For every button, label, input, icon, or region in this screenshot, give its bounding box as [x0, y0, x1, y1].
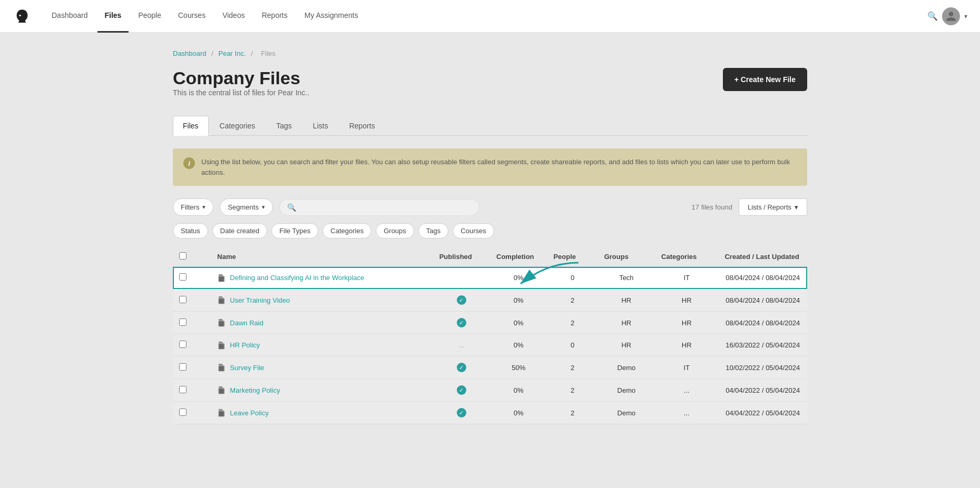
- table-row: Survey File 50% 2 Demo IT 10/02/2022 / 0…: [173, 356, 807, 379]
- row-groups-cell: HR: [598, 289, 655, 312]
- chip-status[interactable]: Status: [173, 223, 208, 238]
- breadcrumb-pear-inc[interactable]: Pear Inc.: [218, 49, 246, 57]
- file-name-link[interactable]: Leave Policy: [217, 409, 426, 417]
- row-checkbox-cell: [173, 402, 211, 424]
- segments-chevron-icon: ▾: [262, 204, 265, 211]
- published-dot: [457, 385, 466, 395]
- file-icon: [217, 409, 226, 417]
- tab-tags[interactable]: Tags: [266, 116, 302, 136]
- file-name-link[interactable]: Marketing Policy: [217, 386, 426, 394]
- row-created-cell: 08/04/2024 / 08/04/2024: [718, 312, 807, 334]
- breadcrumb: Dashboard / Pear Inc. / Files: [173, 49, 807, 57]
- row-completion-cell: 0%: [490, 379, 547, 402]
- row-created-cell: 04/04/2022 / 05/04/2024: [718, 379, 807, 402]
- col-header-published: Published: [433, 247, 490, 267]
- row-categories-cell: HR: [655, 334, 718, 356]
- row-people-cell: 2: [547, 312, 597, 334]
- breadcrumb-sep1: /: [211, 49, 213, 57]
- chip-groups[interactable]: Groups: [376, 223, 414, 238]
- nav-my-assignments[interactable]: My Assignments: [297, 0, 366, 33]
- nav-links: Dashboard Files People Courses Videos Re…: [44, 0, 919, 33]
- published-dot: [457, 408, 466, 417]
- filters-label: Filters: [181, 203, 199, 211]
- row-created-cell: 16/03/2022 / 05/04/2024: [718, 334, 807, 356]
- row-name-cell: Defining and Classifying AI in the Workp…: [211, 267, 433, 289]
- row-groups-cell: HR: [598, 334, 655, 356]
- nav-people[interactable]: People: [131, 0, 169, 33]
- col-header-groups: Groups: [598, 247, 655, 267]
- search-box[interactable]: 🔍: [279, 199, 479, 216]
- lists-reports-button[interactable]: Lists / Reports ▾: [739, 198, 807, 216]
- file-name-link[interactable]: Defining and Classifying AI in the Workp…: [217, 274, 426, 282]
- file-name-link[interactable]: User Training Video: [217, 296, 426, 304]
- row-checkbox-cell: [173, 312, 211, 334]
- info-text: Using the list below, you can search and…: [201, 157, 797, 177]
- breadcrumb-sep2: /: [251, 49, 253, 57]
- page-header: Company Files This is the central list o…: [173, 68, 807, 112]
- table-row: Dawn Raid 0% 2 HR HR 08/04/2024 / 08/04/…: [173, 312, 807, 334]
- tab-categories[interactable]: Categories: [210, 116, 266, 136]
- row-checkbox-5[interactable]: [179, 386, 187, 393]
- row-published-cell: [433, 402, 490, 424]
- row-name-cell: User Training Video: [211, 289, 433, 312]
- create-new-file-button[interactable]: + Create New File: [723, 68, 807, 91]
- main-content: Dashboard / Pear Inc. / Files Company Fi…: [148, 33, 832, 441]
- info-icon: i: [183, 157, 195, 169]
- row-name-cell: Leave Policy: [211, 402, 433, 424]
- row-checkbox-1[interactable]: [179, 296, 187, 303]
- row-published-cell: [433, 379, 490, 402]
- file-name-link[interactable]: Dawn Raid: [217, 318, 426, 327]
- row-checkbox-4[interactable]: [179, 363, 187, 371]
- nav-reports[interactable]: Reports: [254, 0, 295, 33]
- avatar-chevron-icon[interactable]: ▾: [964, 13, 967, 20]
- row-groups-cell: Demo: [598, 379, 655, 402]
- info-box: i Using the list below, you can search a…: [173, 148, 807, 186]
- row-checkbox-0[interactable]: [179, 273, 187, 281]
- tab-lists[interactable]: Lists: [303, 116, 338, 136]
- row-checkbox-6[interactable]: [179, 409, 187, 416]
- search-input[interactable]: [300, 203, 472, 211]
- published-ellipsis: ...: [458, 341, 464, 349]
- file-icon: [217, 386, 226, 394]
- row-checkbox-cell: [173, 267, 211, 289]
- lists-reports-label: Lists / Reports: [748, 203, 791, 211]
- search-icon[interactable]: 🔍: [923, 7, 942, 25]
- row-published-cell: [433, 289, 490, 312]
- file-name-link[interactable]: Survey File: [217, 363, 426, 372]
- nav-dashboard[interactable]: Dashboard: [44, 0, 95, 33]
- toolbar: Filters ▾ Segments ▾ 🔍 17 files found Li…: [173, 198, 807, 216]
- row-checkbox-3[interactable]: [179, 341, 187, 348]
- row-categories-cell: HR: [655, 312, 718, 334]
- select-all-checkbox[interactable]: [179, 252, 187, 260]
- tab-files[interactable]: Files: [173, 116, 209, 136]
- segments-label: Segments: [228, 203, 259, 211]
- table-row: Leave Policy 0% 2 Demo ... 04/04/2022 / …: [173, 402, 807, 424]
- row-checkbox-2[interactable]: [179, 318, 187, 326]
- segments-button[interactable]: Segments ▾: [220, 198, 273, 216]
- row-checkbox-cell: [173, 289, 211, 312]
- chip-tags[interactable]: Tags: [418, 223, 448, 238]
- nav-files[interactable]: Files: [97, 0, 129, 33]
- filters-button[interactable]: Filters ▾: [173, 198, 213, 216]
- nav-videos[interactable]: Videos: [215, 0, 252, 33]
- file-icon: [217, 363, 226, 372]
- chip-courses[interactable]: Courses: [453, 223, 494, 238]
- table-body: Defining and Classifying AI in the Workp…: [173, 267, 807, 424]
- tab-reports[interactable]: Reports: [339, 116, 385, 136]
- breadcrumb-dashboard[interactable]: Dashboard: [173, 49, 207, 57]
- logo[interactable]: [13, 7, 32, 26]
- filters-chevron-icon: ▾: [202, 204, 205, 211]
- avatar[interactable]: [942, 7, 960, 25]
- tabs: Files Categories Tags Lists Reports: [173, 116, 807, 136]
- col-header-name: Name: [211, 247, 433, 267]
- row-groups-cell: Demo: [598, 356, 655, 379]
- breadcrumb-files: Files: [261, 49, 275, 57]
- chip-file-types[interactable]: File Types: [271, 223, 318, 238]
- row-people-cell: 2: [547, 356, 597, 379]
- file-icon: [217, 274, 226, 282]
- chip-categories[interactable]: Categories: [322, 223, 371, 238]
- file-name-link[interactable]: HR Policy: [217, 341, 426, 350]
- chip-date-created[interactable]: Date created: [212, 223, 267, 238]
- row-groups-cell: Demo: [598, 402, 655, 424]
- nav-courses[interactable]: Courses: [171, 0, 213, 33]
